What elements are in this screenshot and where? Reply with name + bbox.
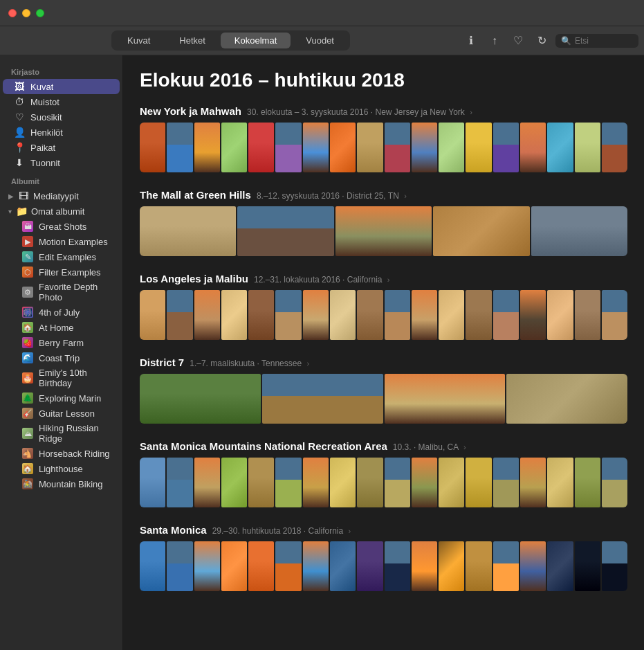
close-button[interactable] [8, 9, 17, 17]
photo-thumb[interactable] [602, 290, 627, 340]
sidebar-item-coast-trip[interactable]: 🌊 Coast Trip [3, 350, 120, 365]
photo-thumb[interactable] [412, 458, 437, 507]
photo-thumb[interactable] [547, 290, 573, 340]
photo-thumb[interactable] [275, 541, 301, 591]
photo-thumb[interactable] [194, 123, 220, 172]
photo-thumb[interactable] [493, 123, 519, 172]
photo-thumb[interactable] [357, 541, 383, 591]
photo-thumb[interactable] [357, 123, 383, 172]
photo-thumb[interactable] [531, 206, 627, 256]
photo-thumb[interactable] [303, 290, 329, 340]
photo-strip-smm[interactable] [140, 458, 627, 507]
photo-thumb[interactable] [237, 206, 333, 256]
photo-thumb[interactable] [167, 541, 192, 591]
photo-thumb[interactable] [275, 290, 301, 340]
tab-kuvat[interactable]: Kuvat [113, 33, 164, 48]
favorite-button[interactable]: ♡ [508, 31, 528, 51]
tab-hetket[interactable]: Hetket [165, 33, 219, 48]
photo-strip-mall[interactable] [140, 206, 627, 256]
photo-thumb[interactable] [493, 541, 519, 591]
photo-thumb[interactable] [140, 290, 165, 340]
minimize-button[interactable] [22, 9, 30, 17]
photo-thumb[interactable] [330, 290, 356, 340]
share-button[interactable]: ↑ [485, 31, 504, 51]
tab-vuodet[interactable]: Vuodet [292, 33, 348, 48]
sidebar-item-muistot[interactable]: ⏱ Muistot [3, 94, 120, 109]
photo-thumb[interactable] [357, 290, 383, 340]
photo-thumb[interactable] [167, 123, 192, 172]
photo-thumb[interactable] [275, 458, 301, 507]
photo-thumb[interactable] [602, 541, 627, 591]
photo-thumb[interactable] [330, 458, 356, 507]
photo-thumb[interactable] [330, 541, 356, 591]
photo-thumb[interactable] [385, 290, 410, 340]
photo-strip-new-york[interactable] [140, 123, 627, 172]
photo-thumb[interactable] [466, 458, 491, 507]
tab-kokoelmat[interactable]: Kokoelmat [221, 33, 291, 48]
photo-thumb[interactable] [140, 374, 261, 424]
search-input[interactable] [575, 36, 630, 46]
photo-thumb[interactable] [194, 458, 220, 507]
photo-thumb[interactable] [248, 123, 274, 172]
photo-thumb[interactable] [520, 541, 546, 591]
photo-thumb[interactable] [140, 123, 165, 172]
sidebar-item-lighthouse[interactable]: 🏠 Lighthouse [3, 461, 120, 476]
photo-thumb[interactable] [439, 541, 464, 591]
photo-thumb[interactable] [303, 458, 329, 507]
sidebar-item-4th-july[interactable]: 🎆 4th of July [3, 305, 120, 320]
photo-thumb[interactable] [140, 541, 165, 591]
sidebar-item-at-home[interactable]: 🏠 At Home [3, 320, 120, 335]
photo-thumb[interactable] [575, 541, 600, 591]
photo-thumb[interactable] [412, 541, 437, 591]
photo-thumb[interactable] [575, 290, 600, 340]
photo-thumb[interactable] [385, 541, 410, 591]
sidebar-item-hiking[interactable]: ⛰ Hiking Russian Ridge [3, 421, 120, 446]
photo-thumb[interactable] [248, 541, 274, 591]
sidebar-item-mountain-biking[interactable]: 🚵 Mountain Biking [3, 476, 120, 491]
photo-thumb[interactable] [221, 290, 247, 340]
photo-thumb[interactable] [385, 458, 410, 507]
photo-thumb[interactable] [433, 206, 529, 256]
photo-strip-la[interactable] [140, 290, 627, 340]
sidebar-item-kuvat[interactable]: 🖼 Kuvat [3, 79, 120, 94]
photo-thumb[interactable] [385, 123, 410, 172]
photo-thumb[interactable] [357, 458, 383, 507]
photo-thumb[interactable] [439, 123, 464, 172]
photo-thumb[interactable] [547, 123, 573, 172]
photo-thumb[interactable] [167, 458, 192, 507]
photo-thumb[interactable] [221, 123, 247, 172]
photo-thumb[interactable] [262, 374, 383, 424]
photo-thumb[interactable] [194, 541, 220, 591]
sidebar-item-horseback[interactable]: 🐴 Horseback Riding [3, 446, 120, 461]
photo-thumb[interactable] [330, 123, 356, 172]
photo-thumb[interactable] [520, 290, 546, 340]
rotate-button[interactable]: ↻ [532, 31, 551, 51]
photo-thumb[interactable] [575, 123, 600, 172]
sidebar-item-motion-examples[interactable]: ▶ Motion Examples [3, 234, 120, 249]
photo-thumb[interactable] [221, 458, 247, 507]
photo-thumb[interactable] [140, 206, 236, 256]
photo-thumb[interactable] [602, 123, 627, 172]
maximize-button[interactable] [36, 9, 44, 17]
info-button[interactable]: ℹ [461, 31, 481, 51]
photo-thumb[interactable] [493, 290, 519, 340]
photo-thumb[interactable] [303, 541, 329, 591]
sidebar-item-suosikit[interactable]: ♡ Suosikit [3, 109, 120, 125]
photo-thumb[interactable] [275, 123, 301, 172]
sidebar-item-paikat[interactable]: 📍 Paikat [3, 140, 120, 155]
sidebar-item-tuonnit[interactable]: ⬇ Tuonnit [3, 155, 120, 170]
sidebar-item-emilys-birthday[interactable]: 🎂 Emily's 10th Birthday [3, 365, 120, 390]
photo-thumb[interactable] [248, 290, 274, 340]
photo-thumb[interactable] [575, 458, 600, 507]
sidebar-item-favorite-depth-photo[interactable]: ⚙ Favorite Depth Photo [3, 280, 120, 305]
photo-strip-district7[interactable] [140, 374, 627, 424]
sidebar-group-omat-albumit[interactable]: ▾ 📁 Omat albumit [3, 204, 120, 219]
photo-thumb[interactable] [520, 123, 546, 172]
photo-thumb[interactable] [248, 458, 274, 507]
photo-thumb[interactable] [412, 123, 437, 172]
photo-thumb[interactable] [140, 458, 165, 507]
sidebar-item-guitar-lesson[interactable]: 🎸 Guitar Lesson [3, 406, 120, 421]
search-box[interactable]: 🔍 [555, 34, 638, 48]
photo-thumb[interactable] [466, 123, 491, 172]
photo-thumb[interactable] [466, 290, 491, 340]
